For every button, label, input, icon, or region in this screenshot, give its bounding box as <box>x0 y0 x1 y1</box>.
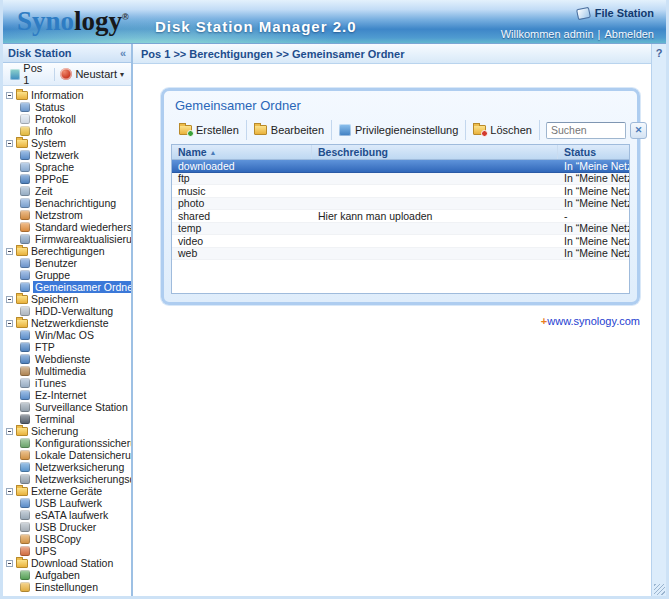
tree-item-ez-internet[interactable]: Ez-Internet <box>6 389 131 401</box>
search-input[interactable] <box>546 122 626 139</box>
tree-item-sprache[interactable]: Sprache <box>6 161 131 173</box>
tree-item-itunes[interactable]: iTunes <box>6 377 131 389</box>
tree-item-win-mac-os[interactable]: Win/Mac OS <box>6 329 131 341</box>
tree-item-pppoe[interactable]: PPPoE <box>6 173 131 185</box>
tree-item-webdienste[interactable]: Webdienste <box>6 353 131 365</box>
server-icon <box>10 69 20 80</box>
cell-status: In “Meine Netzwe <box>558 235 629 247</box>
tree-item-multimedia[interactable]: Multimedia <box>6 365 131 377</box>
tree-item-lokale-datensicherung[interactable]: Lokale Datensicherung <box>6 449 131 461</box>
column-header-name[interactable]: Name ▲ <box>172 145 312 159</box>
collapse-box-icon[interactable] <box>6 296 13 303</box>
synology-url[interactable]: www.synology.com <box>547 315 640 327</box>
tree-item-hdd-verwaltung[interactable]: HDD-Verwaltung <box>6 305 131 317</box>
tree-group-sicherung[interactable]: Sicherung <box>6 425 131 437</box>
tree-item-label: Gemeinsamer Ordner <box>33 281 131 293</box>
tree-group-label: Berechtigungen <box>31 245 105 257</box>
gruppe-icon <box>20 270 30 280</box>
table-row[interactable]: webIn “Meine Netzwe <box>172 248 629 261</box>
tree-item-usb-drucker[interactable]: USB Drucker <box>6 521 131 533</box>
table-row[interactable]: downloadedIn “Meine Netzwe <box>172 160 629 173</box>
tree-item-ups[interactable]: UPS <box>6 545 131 557</box>
tree-item-benutzer[interactable]: Benutzer <box>6 257 131 269</box>
privilegieneinstellung-button[interactable]: Privilegieneinstellung <box>332 120 466 140</box>
collapse-box-icon[interactable] <box>6 140 13 147</box>
tree-item-netzwerksicherung[interactable]: Netzwerksicherung <box>6 461 131 473</box>
tree-item-esata-laufwerk[interactable]: eSATA laufwerk <box>6 509 131 521</box>
tree-item-standard-wiederherstellen[interactable]: Standard wiederherstellen <box>6 221 131 233</box>
tree-item-netzwerk[interactable]: Netzwerk <box>6 149 131 161</box>
collapse-box-icon[interactable] <box>6 560 13 567</box>
tree-group-download-station[interactable]: Download Station <box>6 557 131 569</box>
tree-group-netzwerkdienste[interactable]: Netzwerkdienste <box>6 317 131 329</box>
table-row[interactable]: musicIn “Meine Netzwe <box>172 185 629 198</box>
tree-item-label: iTunes <box>33 377 68 389</box>
loeschen-button[interactable]: Löschen <box>466 120 540 140</box>
tree-item-label: Benutzer <box>33 257 79 269</box>
tree-group-information[interactable]: Information <box>6 89 131 101</box>
collapse-box-icon[interactable] <box>6 248 13 255</box>
table-row[interactable]: sharedHier kann man uploaden- <box>172 210 629 223</box>
tree-item-gemeinsamer-ordner[interactable]: Gemeinsamer Ordner <box>6 281 131 293</box>
logo-part1: Syno <box>17 6 74 36</box>
cell-name: web <box>172 247 312 259</box>
tree-item-surveillance-station[interactable]: Surveillance Station <box>6 401 131 413</box>
tree-item-terminal[interactable]: Terminal <box>6 413 131 425</box>
status-icon <box>20 102 30 112</box>
tree-item-label: Netzwerksicherung <box>33 461 126 473</box>
column-header-beschreibung[interactable]: Beschreibung <box>312 145 558 159</box>
tree-item-ftp[interactable]: FTP <box>6 341 131 353</box>
clear-search-button[interactable]: ✕ <box>630 122 647 139</box>
tree-item-einstellungen[interactable]: Einstellungen <box>6 581 131 593</box>
synology-link[interactable]: +www.synology.com <box>161 315 640 327</box>
logout-link[interactable]: Abmelden <box>604 28 654 40</box>
collapse-box-icon[interactable] <box>6 428 13 435</box>
tree-item-netzwerksicherungsdienst[interactable]: Netzwerksicherungsdienst <box>6 473 131 485</box>
tree-item-netzstrom[interactable]: Netzstrom <box>6 209 131 221</box>
table-row[interactable]: videoIn “Meine Netzwe <box>172 235 629 248</box>
folder-icon <box>16 91 28 100</box>
tree-item-label: USB Laufwerk <box>33 497 104 509</box>
welcome-text: Willkommen admin <box>501 28 594 40</box>
column-header-status[interactable]: Status <box>558 145 629 159</box>
tree-group-externe-geraete[interactable]: Externe Geräte <box>6 485 131 497</box>
tree-item-firmwareaktualisierung[interactable]: Firmwareaktualisierung <box>6 233 131 245</box>
table-row[interactable]: tempIn “Meine Netzwe <box>172 223 629 236</box>
tree-item-info[interactable]: Info <box>6 125 131 137</box>
tree-item-usb-laufwerk[interactable]: USB Laufwerk <box>6 497 131 509</box>
resize-grip-icon[interactable] <box>654 584 665 595</box>
pos1-label: Pos 1 <box>23 62 47 86</box>
cell-name: photo <box>172 197 312 209</box>
tree-item-protokoll[interactable]: Protokoll <box>6 113 131 125</box>
pos1-button[interactable]: Pos 1 <box>7 65 51 84</box>
ups-icon <box>20 546 30 556</box>
collapse-box-icon[interactable] <box>6 488 13 495</box>
tree-item-aufgaben[interactable]: Aufgaben <box>6 569 131 581</box>
collapse-box-icon[interactable] <box>6 320 13 327</box>
help-icon[interactable]: ? <box>656 47 663 59</box>
info-icon <box>20 126 30 136</box>
tree-item-zeit[interactable]: Zeit <box>6 185 131 197</box>
table-row[interactable]: photoIn “Meine Netzwe <box>172 198 629 211</box>
sidebar-collapse-icon[interactable]: « <box>120 47 126 59</box>
tree-group-label: System <box>31 137 66 149</box>
tree-item-konfigurationssicherung[interactable]: Konfigurationssicherung <box>6 437 131 449</box>
logo-registered-mark: ® <box>122 12 129 22</box>
tree-item-benachrichtigung[interactable]: Benachrichtigung <box>6 197 131 209</box>
tree-group-system[interactable]: System <box>6 137 131 149</box>
app-title: Disk Station Manager 2.0 <box>155 18 357 35</box>
tree-item-gruppe[interactable]: Gruppe <box>6 269 131 281</box>
tree-group-speichern[interactable]: Speichern <box>6 293 131 305</box>
bearbeiten-button[interactable]: Bearbeiten <box>247 120 332 140</box>
tree-item-status[interactable]: Status <box>6 101 131 113</box>
neustart-button[interactable]: Neustart ▾ <box>57 65 127 84</box>
tree-group-label: Speichern <box>31 293 78 305</box>
privileges-icon <box>339 124 351 136</box>
collapse-box-icon[interactable] <box>6 92 13 99</box>
file-station-link[interactable]: File Station <box>577 7 654 19</box>
tree-item-usbcopy[interactable]: USBCopy <box>6 533 131 545</box>
esata-laufwerk-icon <box>20 510 30 520</box>
erstellen-button[interactable]: Erstellen <box>172 120 247 140</box>
tree-group-berechtigungen[interactable]: Berechtigungen <box>6 245 131 257</box>
table-row[interactable]: ftpIn “Meine Netzwe <box>172 173 629 186</box>
